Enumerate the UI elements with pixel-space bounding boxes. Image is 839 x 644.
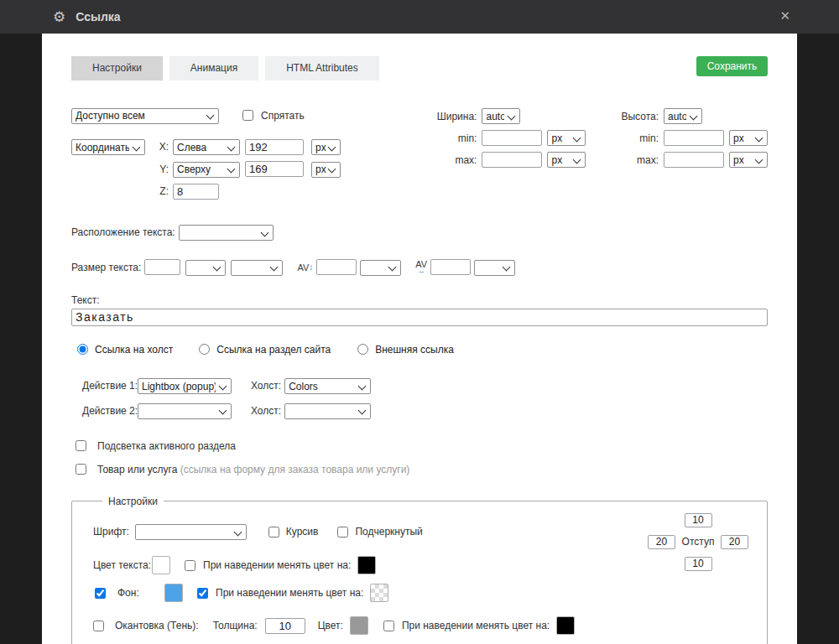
- underline-checkbox[interactable]: [337, 527, 348, 538]
- shadow-thickness-input[interactable]: [265, 618, 305, 634]
- height-min-input[interactable]: [664, 130, 724, 146]
- underline-label: Подчеркнутый: [355, 526, 422, 538]
- canvas2-label: Холст:: [251, 405, 281, 417]
- text-size-unit-wrap: [185, 259, 226, 276]
- height-min-unit-select[interactable]: px: [729, 130, 768, 146]
- font-select-wrap: [135, 524, 247, 541]
- tab-animation[interactable]: Анимация: [169, 56, 258, 80]
- width-min-unit-select[interactable]: px: [547, 130, 586, 146]
- padding-right-input[interactable]: [721, 535, 748, 549]
- canvas1-select[interactable]: Colors: [284, 378, 371, 394]
- y-value-input[interactable]: [245, 161, 304, 177]
- letter-spacing-input[interactable]: [430, 259, 471, 275]
- z-value-input[interactable]: [173, 184, 219, 200]
- height-group: Высота: auto min: px max: px: [621, 108, 768, 200]
- canvas1-label: Холст:: [251, 380, 281, 392]
- line-height-icon: AV↕: [297, 262, 313, 273]
- shadow-hover-checkbox[interactable]: [383, 621, 394, 631]
- background-checkbox[interactable]: [95, 588, 106, 599]
- visibility-select[interactable]: Доступно всем: [71, 108, 219, 124]
- product-checkbox[interactable]: [76, 464, 86, 475]
- letter-spacing-unit-wrap: [474, 259, 515, 276]
- link-section-label[interactable]: Ссылка на раздел сайта: [216, 344, 331, 356]
- text-hover-color-swatch[interactable]: [357, 556, 376, 574]
- y-unit-select-wrap: px: [311, 161, 341, 178]
- italic-checkbox[interactable]: [268, 527, 279, 538]
- link-section-radio[interactable]: [199, 344, 210, 355]
- line-height-input[interactable]: [316, 259, 357, 275]
- gear-icon: ⚙: [53, 8, 65, 26]
- x-anchor-select[interactable]: Слева: [173, 139, 240, 155]
- width-max-label: max:: [437, 154, 477, 166]
- y-label: Y:: [157, 164, 169, 175]
- shadow-label: Окантовка (Тень):: [115, 620, 199, 631]
- x-label: X:: [157, 141, 169, 153]
- shadow-thickness-label: Толщина:: [213, 620, 258, 631]
- action1-select[interactable]: Lightbox (popup): [138, 378, 232, 394]
- height-max-unit-select[interactable]: px: [729, 152, 768, 168]
- padding-control: Отступ: [648, 513, 748, 571]
- text-field-input[interactable]: [71, 309, 768, 326]
- x-value-input[interactable]: [245, 139, 304, 155]
- link-external-label[interactable]: Внешняя ссылка: [375, 344, 454, 356]
- shadow-color-swatch[interactable]: [350, 616, 368, 635]
- tab-html-attributes[interactable]: HTML Attributes: [265, 56, 379, 80]
- width-min-input[interactable]: [482, 130, 542, 146]
- settings-legend: Настройки: [102, 496, 164, 507]
- action2-select[interactable]: [138, 403, 232, 419]
- background-hover-label: При наведении менять цвет на:: [216, 587, 363, 599]
- action2-label: Действие 2:: [82, 405, 135, 417]
- width-max-input[interactable]: [482, 152, 542, 168]
- x-unit-select-wrap: px: [311, 139, 341, 156]
- close-icon[interactable]: ✕: [779, 9, 790, 22]
- background-color-swatch[interactable]: [164, 584, 183, 602]
- top-section: Доступно всем Спрятать Координаты X: Сле…: [71, 107, 768, 200]
- text-size-unit-select[interactable]: [185, 260, 226, 276]
- height-max-label: max:: [621, 154, 659, 166]
- text-hover-checkbox[interactable]: [185, 560, 195, 571]
- text-color-swatch[interactable]: [152, 556, 170, 574]
- background-hover-checkbox[interactable]: [197, 588, 208, 599]
- padding-left-input[interactable]: [648, 535, 675, 549]
- y-anchor-select-wrap: Сверху: [173, 161, 240, 178]
- background-hover-color-swatch[interactable]: [370, 584, 388, 602]
- tab-settings[interactable]: Настройки: [71, 56, 163, 80]
- width-max-unit-select[interactable]: px: [547, 152, 586, 168]
- visibility-select-wrap: Доступно всем: [71, 107, 219, 124]
- width-min-unit-wrap: px: [547, 130, 586, 147]
- action1-select-wrap: Lightbox (popup): [138, 378, 232, 395]
- position-mode-select[interactable]: Координаты: [71, 139, 145, 155]
- text-size-label: Размер текста:: [71, 262, 141, 273]
- link-canvas-radio[interactable]: [77, 344, 88, 355]
- product-hint: (ссылка на форму для заказа товара или у…: [180, 464, 410, 475]
- text-size-extra-select[interactable]: [231, 260, 283, 276]
- height-label: Высота:: [621, 111, 659, 122]
- y-unit-select[interactable]: px: [311, 162, 341, 178]
- text-size-input[interactable]: [144, 259, 180, 275]
- link-canvas-label[interactable]: Ссылка на холст: [95, 344, 173, 356]
- canvas1-select-wrap: Colors: [284, 378, 371, 395]
- hide-checkbox[interactable]: [242, 110, 253, 121]
- link-external-radio[interactable]: [357, 344, 368, 355]
- letter-spacing-unit-select[interactable]: [474, 260, 515, 276]
- x-unit-select[interactable]: px: [311, 139, 341, 155]
- save-button[interactable]: Сохранить: [696, 56, 768, 76]
- dialog-titlebar: ⚙ Ссылка ✕: [0, 0, 839, 34]
- height-max-input[interactable]: [664, 152, 724, 168]
- canvas2-select[interactable]: [284, 403, 371, 419]
- padding-bottom-input[interactable]: [685, 557, 712, 571]
- action1-label: Действие 1:: [82, 380, 135, 392]
- shadow-hover-color-swatch[interactable]: [556, 616, 575, 635]
- font-select[interactable]: [135, 524, 247, 540]
- line-height-unit-select[interactable]: [360, 260, 401, 276]
- shadow-checkbox[interactable]: [93, 621, 104, 631]
- highlight-active-checkbox[interactable]: [76, 440, 86, 451]
- text-layout-select[interactable]: [179, 225, 274, 241]
- settings-fieldset: Настройки Отступ Шрифт: Курсив Подчеркну…: [71, 496, 768, 644]
- height-select[interactable]: auto: [664, 108, 702, 124]
- width-label: Ширина:: [437, 111, 477, 122]
- width-select[interactable]: auto: [482, 108, 520, 124]
- y-anchor-select[interactable]: Сверху: [173, 162, 240, 178]
- padding-top-input[interactable]: [685, 513, 712, 527]
- line-height-unit-wrap: [360, 259, 401, 276]
